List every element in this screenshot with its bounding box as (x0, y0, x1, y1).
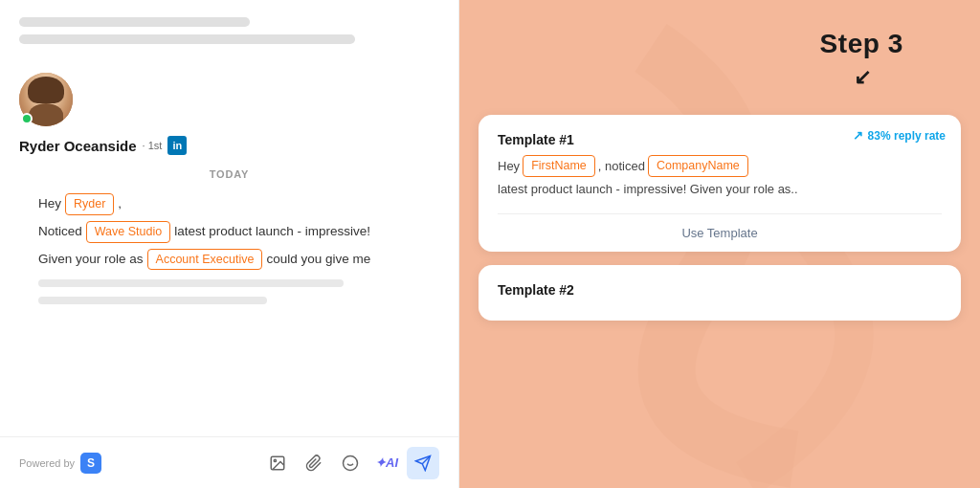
templates-container: ↗ 83% reply rate Template #1 Hey FirstNa… (479, 115, 961, 321)
svg-point-2 (344, 455, 358, 470)
skeleton-header (0, 0, 458, 61)
step-label: Step 3 (820, 29, 903, 59)
avatar (19, 73, 73, 126)
linkedin-icon[interactable]: in (167, 136, 187, 155)
step-label-text: Step 3 (820, 29, 903, 58)
image-tool-button[interactable] (261, 447, 294, 479)
message-line-3: Given your role as Account Executive cou… (38, 249, 420, 271)
template-2-card: Template #2 (479, 265, 961, 321)
left-panel: Ryder Oceanside · 1st in TODAY Hey Ryder… (0, 0, 459, 488)
skeleton-bar-2 (19, 34, 355, 44)
connection-badge: · 1st (143, 140, 163, 151)
online-indicator (21, 113, 33, 124)
template-1-body: Hey FirstName , noticed CompanyName late… (498, 155, 942, 200)
greeting-text: Hey (38, 194, 61, 213)
message-toolbar: Powered by S ✦AI (0, 436, 458, 488)
template-1-mid: , noticed (598, 157, 645, 176)
use-template-1-button[interactable]: Use Template (498, 213, 942, 252)
powered-by-logo: S (80, 453, 101, 474)
comma-text: , (118, 194, 122, 213)
template-1-hey: Hey (498, 157, 520, 176)
company-variable-tag[interactable]: Wave Studio (86, 221, 170, 243)
role-prefix-text: Given your role as (38, 250, 144, 269)
emoji-tool-button[interactable] (334, 447, 367, 479)
line2-suffix: latest product launch - impressive! (174, 222, 370, 241)
message-area: Hey Ryder , Noticed Wave Studio latest p… (19, 193, 439, 310)
profile-name: Ryder Oceanside (19, 138, 137, 154)
right-panel: Step 3 ↙ ↗ 83% reply rate Template #1 He… (459, 0, 980, 488)
reply-rate-icon: ↗ (853, 128, 863, 143)
profile-name-row: Ryder Oceanside · 1st in (19, 136, 439, 155)
reply-rate-text: 83% reply rate (868, 129, 946, 143)
send-tool-button[interactable] (407, 447, 439, 479)
firstname-variable-tag[interactable]: FirstName (523, 155, 595, 177)
message-line-1: Hey Ryder , (38, 193, 420, 215)
today-divider: TODAY (19, 168, 439, 180)
step-arrow: ↙ (854, 65, 871, 90)
message-line-2: Noticed Wave Studio latest product launc… (38, 221, 420, 243)
template-1-card: ↗ 83% reply rate Template #1 Hey FirstNa… (479, 115, 961, 252)
role-variable-tag[interactable]: Account Executive (147, 249, 263, 271)
message-skeleton-1 (38, 279, 344, 287)
name-variable-tag[interactable]: Ryder (65, 193, 114, 215)
template-2-title: Template #2 (498, 282, 942, 298)
ai-tool-button[interactable]: ✦AI (370, 447, 403, 479)
skeleton-bar-1 (19, 17, 250, 27)
profile-section: Ryder Oceanside · 1st in TODAY Hey Ryder… (0, 61, 458, 310)
noticed-text: Noticed (38, 222, 82, 241)
template-1-suffix: latest product launch - impressive! Give… (498, 180, 798, 199)
line3-suffix: could you give me (266, 250, 370, 269)
powered-by-label: Powered by S (19, 453, 101, 474)
message-skeleton-2 (38, 297, 267, 304)
powered-by-text: Powered by (19, 457, 75, 469)
reply-rate-badge: ↗ 83% reply rate (853, 128, 946, 143)
attachment-tool-button[interactable] (298, 447, 330, 479)
svg-point-1 (274, 459, 276, 461)
companyname-variable-tag[interactable]: CompanyName (648, 155, 748, 177)
